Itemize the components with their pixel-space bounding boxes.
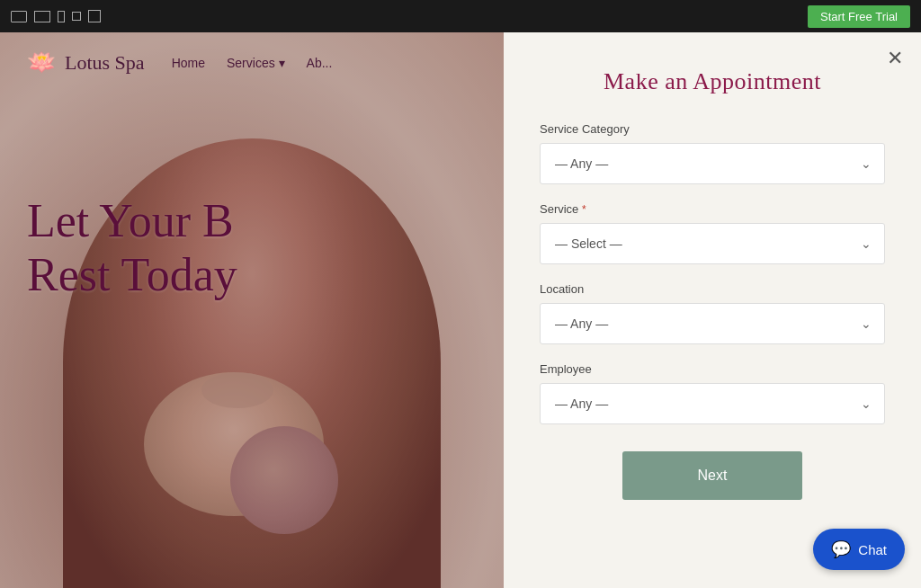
service-category-select-wrapper: — Any — Massage Facial Body Treatment Na… [540, 143, 885, 184]
next-button[interactable]: Next [622, 451, 802, 500]
spa-logo: 🪷 Lotus Spa [27, 49, 145, 76]
service-required-marker: * [582, 203, 586, 216]
window-icon-5 [88, 10, 101, 22]
location-select[interactable]: — Any — Main Branch Downtown West Side [541, 304, 884, 343]
spa-navigation: 🪷 Lotus Spa Home Services ▾ Ab... [0, 32, 504, 93]
service-select[interactable]: — Select — Swedish Massage Deep Tissue H… [541, 224, 884, 263]
close-button[interactable]: ✕ [887, 49, 903, 68]
employee-select-wrapper: — Any — Emma Sophie Liam Olivia ⌄ [540, 383, 885, 424]
window-icon-4 [72, 12, 81, 21]
service-group: Service * — Select — Swedish Massage Dee… [540, 202, 885, 264]
chat-label: Chat [858, 542, 887, 557]
spa-logo-name: Lotus Spa [65, 51, 145, 75]
start-free-trial-button[interactable]: Start Free Trial [808, 5, 910, 28]
service-select-wrapper: — Select — Swedish Massage Deep Tissue H… [540, 223, 885, 264]
panel-title: Make an Appointment [540, 68, 885, 95]
top-bar: Start Free Trial [0, 0, 921, 32]
chat-icon: 💬 [831, 539, 851, 559]
service-category-label: Service Category [540, 122, 885, 136]
location-group: Location — Any — Main Branch Downtown We… [540, 282, 885, 344]
window-icon-2 [34, 11, 50, 22]
lotus-icon: 🪷 [27, 49, 56, 76]
hero-text: Let Your B Rest Today [27, 194, 237, 302]
nav-services[interactable]: Services ▾ [227, 56, 285, 70]
window-icon-3 [58, 11, 65, 22]
window-icon-1 [11, 11, 27, 22]
location-select-wrapper: — Any — Main Branch Downtown West Side ⌄ [540, 303, 885, 344]
employee-select[interactable]: — Any — Emma Sophie Liam Olivia [541, 384, 884, 423]
service-category-select[interactable]: — Any — Massage Facial Body Treatment Na… [541, 144, 884, 183]
nav-about[interactable]: Ab... [307, 56, 333, 70]
appointment-panel: ✕ Make an Appointment Service Category —… [504, 32, 921, 588]
chat-button[interactable]: 💬 Chat [813, 529, 905, 570]
employee-label: Employee [540, 362, 885, 376]
nav-links: Home Services ▾ Ab... [172, 56, 333, 70]
main-area: 🪷 Lotus Spa Home Services ▾ Ab... Let Yo… [0, 32, 921, 588]
service-label: Service * [540, 202, 885, 216]
hero-line-1: Let Your B [27, 194, 237, 248]
service-category-group: Service Category — Any — Massage Facial … [540, 122, 885, 184]
hero-line-2: Rest Today [27, 248, 237, 302]
employee-group: Employee — Any — Emma Sophie Liam Olivia… [540, 362, 885, 424]
location-label: Location [540, 282, 885, 296]
spa-background: 🪷 Lotus Spa Home Services ▾ Ab... Let Yo… [0, 32, 504, 588]
bg-overlay [0, 32, 504, 588]
window-controls [11, 10, 101, 22]
nav-home[interactable]: Home [172, 56, 205, 70]
